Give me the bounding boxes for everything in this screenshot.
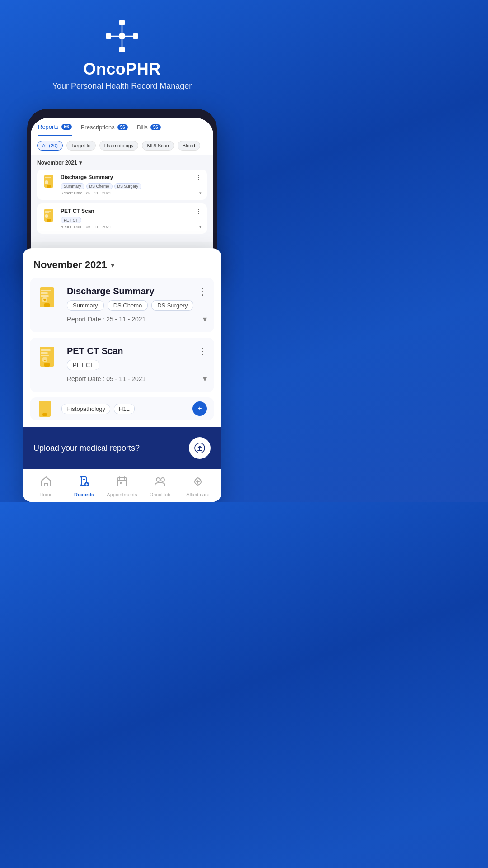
nav-records-label: Records [74,492,94,497]
svg-point-16 [45,214,48,218]
record-icon-fg-partial [37,400,55,418]
tab-bills[interactable]: Bills 56 [137,124,161,135]
record-date-fg-1: Report Date : 25 - 11 - 2021 ▾ [67,314,207,324]
oncohub-icon [154,476,166,490]
record-date-text-fg-1: Report Date : 25 - 11 - 2021 [67,316,145,323]
nav-home[interactable]: Home [27,476,65,497]
tag-ds-chemo: DS Chemo [108,300,148,311]
record-date-text-fg-2: Report Date : 05 - 11 - 2021 [67,375,145,382]
filter-chips: All (20) Target Io Haemotology MRI Scan … [31,136,213,155]
record-tags-bg-2: PET CT [61,217,202,223]
phone-mockup: Reports 56 Prescriptions 56 Bills 56 All… [14,109,230,502]
record-title-bg-2: PET CT Scan ⋮ [61,208,202,215]
svg-rect-25 [43,299,46,300]
record-tags-fg-2: PET CT [67,360,207,370]
upload-bar: Upload your medical reports? [23,427,221,469]
tab-reports-badge: 56 [61,124,72,130]
tab-reports[interactable]: Reports 56 [38,123,72,136]
nav-oncohub[interactable]: OncoHub [141,476,179,497]
svg-rect-12 [45,177,51,178]
svg-rect-30 [41,352,48,354]
record-info-bg-1: Discharge Summary ⋮ Summary DS Chemo DS … [61,174,202,195]
nav-allied-care[interactable]: Allied care [179,476,217,497]
record-date-bg-2: Report Date : 05 - 11 - 2021 ▾ [61,225,202,229]
record-card-bg-1[interactable]: Discharge Summary ⋮ Summary DS Chemo DS … [37,170,207,200]
tab-prescriptions[interactable]: Prescriptions 56 [81,124,128,135]
nav-allied-care-label: Allied care [186,492,209,497]
nav-appointments-label: Appointments [107,492,137,497]
tab-reports-label: Reports [38,123,59,130]
svg-rect-10 [47,185,51,188]
svg-rect-2 [133,33,138,39]
upload-text: Upload your medical reports? [33,443,140,453]
record-icon-fg-2 [37,346,61,369]
app-subtitle: Your Personal Health Record Manager [9,81,235,91]
record-card-bg-2[interactable]: PET CT Scan ⋮ PET CT Report Date : 05 - … [37,203,207,234]
month-chevron-fg[interactable]: ▾ [111,261,114,269]
svg-rect-17 [45,211,51,212]
svg-point-11 [45,180,48,184]
app-title: OncoPHR [9,60,235,79]
records-icon [78,476,90,490]
partial-action-btn[interactable]: + [192,401,207,416]
record-icon-bg-2 [42,208,57,222]
expand-icon-fg-1[interactable]: ▾ [203,314,207,324]
svg-rect-21 [41,290,51,291]
record-tags-bg-1: Summary DS Chemo DS Surgery [61,183,202,189]
svg-rect-15 [47,219,51,222]
record-info-bg-2: PET CT Scan ⋮ PET CT Report Date : 05 - … [61,208,202,229]
record-name-fg-1: Discharge Summary [67,286,154,297]
record-info-fg-1: Discharge Summary ⋮ Summary DS Chemo DS … [67,286,207,324]
svg-rect-1 [106,33,111,39]
filter-all[interactable]: All (20) [37,141,63,151]
record-date-bg-1: Report Date : 25 - 11 - 2021 ▾ [61,191,202,195]
app-header: OncoPHR Your Personal Health Record Mana… [0,0,244,100]
record-card-fg-2[interactable]: PET CT Scan ⋮ PET CT Report Date : 05 - … [30,338,214,392]
filter-target-io[interactable]: Target Io [66,141,96,151]
month-header-fg: November 2021 ▾ [23,248,221,278]
nav-home-label: Home [39,492,52,497]
upload-button[interactable] [189,437,211,459]
nav-oncohub-label: OncoHub [150,492,170,497]
phone-notch [113,113,131,118]
filter-blood[interactable]: Blood [178,141,200,151]
tab-bills-label: Bills [137,124,148,131]
svg-rect-18 [45,212,49,213]
foreground-records-card: November 2021 ▾ Discharge Summar [23,248,221,502]
svg-rect-36 [42,413,47,416]
nav-records[interactable]: Records [65,476,103,497]
svg-rect-4 [119,33,125,39]
partial-tag-h1l: H1L [114,404,135,414]
allied-care-icon [192,476,204,490]
filter-mri-scan[interactable]: MRI Scan [142,141,174,151]
svg-rect-22 [41,292,48,294]
svg-point-48 [156,478,160,481]
partial-tags: Histopathology H1L [61,404,135,414]
expand-icon-fg-2[interactable]: ▾ [203,374,207,384]
record-tags-fg-1: Summary DS Chemo DS Surgery [67,300,207,311]
month-label-fg: November 2021 [33,259,107,271]
record-title-fg-1: Discharge Summary ⋮ [67,286,207,297]
svg-rect-26 [44,300,46,301]
svg-rect-41 [83,481,85,481]
nav-appointments[interactable]: Appointments [103,476,141,497]
svg-point-49 [161,478,164,481]
month-header-bg: November 2021 ▾ [37,160,207,166]
record-card-fg-partial[interactable]: Histopathology H1L + [30,397,214,420]
svg-rect-3 [119,47,125,52]
svg-rect-43 [117,478,127,486]
record-menu-fg-2[interactable]: ⋮ [198,347,207,356]
tag-ds-surgery: DS Surgery [151,300,193,311]
record-card-fg-1[interactable]: Discharge Summary ⋮ Summary DS Chemo DS … [30,278,214,332]
partial-tag-histopath: Histopathology [61,404,110,414]
svg-rect-0 [119,20,125,25]
svg-rect-47 [120,482,122,484]
tag-summary: Summary [67,300,104,311]
svg-rect-33 [43,359,46,359]
tab-prescriptions-badge: 56 [117,124,128,130]
record-menu-fg-1[interactable]: ⋮ [198,287,207,296]
svg-rect-40 [83,479,85,480]
home-icon [40,476,52,490]
filter-haemotology[interactable]: Haemotology [99,141,139,151]
record-date-fg-2: Report Date : 05 - 11 - 2021 ▾ [67,374,207,384]
